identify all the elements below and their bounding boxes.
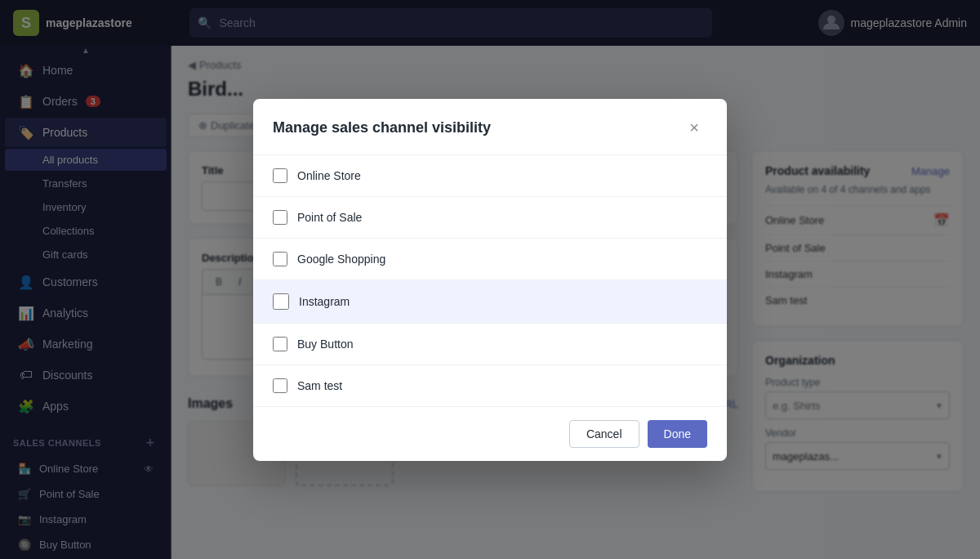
channel-option-sam-test[interactable]: Sam test [253,365,727,406]
channel-option-instagram[interactable]: Instagram [253,280,727,324]
modal-footer: Cancel Done [253,406,727,461]
channel-option-online-store[interactable]: Online Store [253,155,727,197]
channel-checkbox-instagram[interactable] [273,293,289,310]
channel-checkbox-google-shopping[interactable] [273,252,287,266]
channel-option-buy-button[interactable]: Buy Button [253,324,727,365]
channel-label-point-of-sale: Point of Sale [297,211,362,224]
channel-label-google-shopping: Google Shopping [297,253,385,266]
modal-overlay: Manage sales channel visibility × Online… [0,0,980,559]
modal-header: Manage sales channel visibility × [253,99,727,155]
modal-title: Manage sales channel visibility [273,119,491,136]
channel-label-sam-test: Sam test [297,379,342,392]
channel-checkbox-buy-button[interactable] [273,337,287,351]
channel-checkbox-online-store[interactable] [273,168,287,183]
done-button[interactable]: Done [648,420,707,448]
channel-checkbox-sam-test[interactable] [273,378,287,393]
channel-option-point-of-sale[interactable]: Point of Sale [253,197,727,239]
manage-visibility-modal: Manage sales channel visibility × Online… [253,99,727,461]
channel-label-instagram: Instagram [299,295,350,308]
modal-body: Online Store Point of Sale Google Shoppi… [253,155,727,406]
channel-label-online-store: Online Store [297,169,361,182]
cancel-button[interactable]: Cancel [569,420,639,448]
channel-option-google-shopping[interactable]: Google Shopping [253,239,727,280]
channel-checkbox-point-of-sale[interactable] [273,210,287,225]
channel-label-buy-button: Buy Button [297,338,354,351]
modal-close-button[interactable]: × [681,115,707,141]
